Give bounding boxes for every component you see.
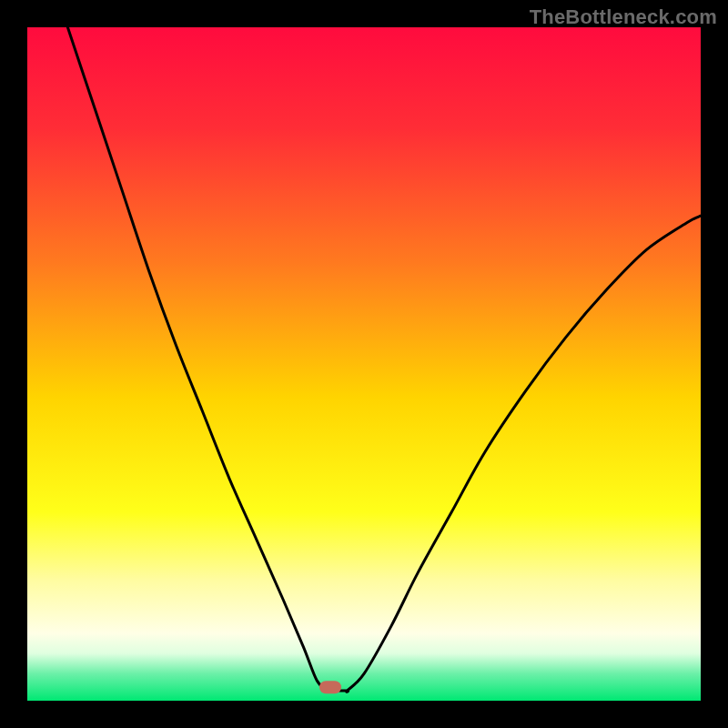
chart-frame: TheBottleneck.com [0, 0, 728, 728]
watermark-text: TheBottleneck.com [530, 5, 717, 29]
plot-area [27, 27, 701, 701]
chart-svg [27, 27, 701, 701]
gradient-background [27, 27, 701, 701]
optimum-marker [319, 681, 341, 693]
